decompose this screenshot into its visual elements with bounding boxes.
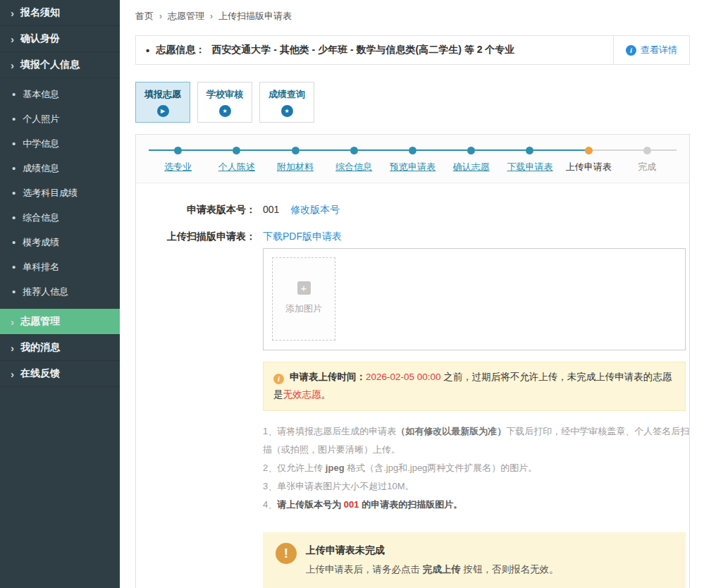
chevron-right-icon: › <box>11 317 14 327</box>
chevron-right-icon: › <box>11 369 14 379</box>
incomplete-notice-title: 上传申请表未完成 <box>306 544 559 557</box>
play-circle-icon: ▶ <box>157 105 169 117</box>
step-label[interactable]: 选专业 <box>149 161 207 173</box>
progress-steps: 选专业 个人陈述 附加材料 综合信息 预览申请表 确认志愿 <box>136 135 689 183</box>
step-label[interactable]: 附加材料 <box>266 161 324 173</box>
sidebar-subitem-label: 综合信息 <box>23 212 59 224</box>
sidebar-item-application-management[interactable]: › 志愿管理 <box>0 309 120 335</box>
chevron-right-icon: › <box>210 11 213 21</box>
sidebar-item-subject-ranking[interactable]: • 单科排名 <box>0 255 120 279</box>
bullet-icon: • <box>12 89 16 99</box>
upload-row: 上传扫描版申请表： 下载PDF版申请表 + 添加图片 <box>136 228 689 350</box>
sidebar-item-recommender-info[interactable]: • 推荐人信息 <box>0 279 120 304</box>
bullet-icon: • <box>12 237 16 247</box>
step-dot <box>233 147 240 154</box>
application-info-label: 志愿信息： <box>156 44 205 56</box>
plus-icon: + <box>297 281 311 295</box>
breadcrumb-home[interactable]: 首页 <box>135 10 154 23</box>
bullet-icon: • <box>12 163 16 173</box>
upload-label: 上传扫描版申请表： <box>136 228 256 350</box>
sidebar: › 报名须知 › 确认身份 › 填报个人信息 • 基本信息 • 个人照片 • 中… <box>0 0 120 588</box>
instruction-line-2: 2、仅允许上传 jpeg 格式（含.jpg和.jpeg两种文件扩展名）的图片。 <box>263 459 694 477</box>
step-label[interactable]: 下载申请表 <box>500 161 559 173</box>
step-dot <box>526 147 533 154</box>
sidebar-item-label: 在线反馈 <box>20 367 60 380</box>
invalid-highlight: 无效志愿 <box>283 389 321 400</box>
bullet-icon: • <box>146 44 149 56</box>
bullet-icon: • <box>12 188 16 198</box>
seal-icon: ★ <box>281 105 293 117</box>
info-icon: i <box>626 45 636 56</box>
sidebar-item-label: 填报个人信息 <box>20 59 80 71</box>
step-confirm-application: 确认志愿 <box>442 146 500 173</box>
step-personal-statement: 个人陈述 <box>207 146 266 173</box>
step-dot <box>643 147 651 154</box>
breadcrumb-section[interactable]: 志愿管理 <box>168 10 204 23</box>
sidebar-item-online-feedback[interactable]: › 在线反馈 <box>0 361 120 387</box>
application-info: • 志愿信息： 西安交通大学 - 其他类 - 少年班 - 数学与信息类(高二学生… <box>136 36 613 64</box>
main-content: 首页 › 志愿管理 › 上传扫描版申请表 • 志愿信息： 西安交通大学 - 其他… <box>120 0 704 588</box>
sidebar-item-elective-scores[interactable]: • 选考科目成绩 <box>0 180 120 205</box>
breadcrumb-current: 上传扫描版申请表 <box>218 10 292 23</box>
edit-version-link[interactable]: 修改版本号 <box>290 204 340 215</box>
step-download-form: 下载申请表 <box>500 146 559 173</box>
instruction-line-4: 4、请上传版本号为 001 的申请表的扫描版图片。 <box>263 496 694 514</box>
sidebar-item-fill-personal-info[interactable]: › 填报个人信息 <box>0 52 120 78</box>
chevron-right-icon: › <box>11 343 14 353</box>
step-select-major: 选专业 <box>149 146 207 173</box>
step-upload-form: 上传申请表 <box>560 146 618 173</box>
tab-bar: 填报志愿 ▶ 学校审核 ★ 成绩查询 ★ <box>135 82 690 123</box>
version-row: 申请表版本号： 001 修改版本号 <box>136 202 689 217</box>
add-image-button[interactable]: + 添加图片 <box>272 257 335 341</box>
sidebar-subitem-label: 个人照片 <box>23 113 59 125</box>
application-info-value: 西安交通大学 - 其他类 - 少年班 - 数学与信息类(高二学生) 等 2 个专… <box>211 44 514 56</box>
upload-dropzone: + 添加图片 <box>263 248 686 350</box>
step-label[interactable]: 综合信息 <box>325 161 383 173</box>
sidebar-item-basic-info[interactable]: • 基本信息 <box>0 82 120 106</box>
instruction-line-3: 3、单张申请表图片大小不超过10M。 <box>263 477 694 496</box>
info-icon: i <box>273 374 284 384</box>
sidebar-item-my-messages[interactable]: › 我的消息 <box>0 335 120 361</box>
sidebar-subitem-label: 单科排名 <box>23 261 59 274</box>
upload-instructions: 1、请将填报志愿后生成的申请表（如有修改以最新版为准）下载后打印，经中学审核盖章… <box>263 422 694 514</box>
sidebar-item-score-info[interactable]: • 成绩信息 <box>0 156 120 180</box>
sidebar-item-comprehensive-info[interactable]: • 综合信息 <box>0 205 120 230</box>
step-dot <box>585 147 593 154</box>
sidebar-item-signup-notice[interactable]: › 报名须知 <box>0 0 120 26</box>
sidebar-item-confirm-identity[interactable]: › 确认身份 <box>0 26 120 52</box>
sidebar-subitem-label: 推荐人信息 <box>23 286 68 298</box>
instruction-line-1: 1、请将填报志愿后生成的申请表（如有修改以最新版为准）下载后打印，经中学审核盖章… <box>263 422 694 459</box>
incomplete-notice: ! 上传申请表未完成 上传申请表后，请务必点击 完成上传 按钮，否则报名无效。 <box>263 532 686 588</box>
seal-icon: ★ <box>219 105 231 117</box>
tab-fill-application[interactable]: 填报志愿 ▶ <box>135 82 190 123</box>
sidebar-item-school-info[interactable]: • 中学信息 <box>0 131 120 156</box>
sidebar-subitem-label: 中学信息 <box>23 137 59 150</box>
view-details-link[interactable]: i 查看详情 <box>613 36 689 64</box>
step-dot <box>174 147 182 154</box>
bullet-icon: • <box>12 114 16 124</box>
chevron-right-icon: › <box>11 8 14 18</box>
tab-score-query[interactable]: 成绩查询 ★ <box>259 82 314 123</box>
sidebar-subitem-label: 选考科目成绩 <box>23 187 78 200</box>
breadcrumb: 首页 › 志愿管理 › 上传扫描版申请表 <box>120 0 704 23</box>
deadline-notice: i申请表上传时间：2026-02-05 00:00 之前，过期后将不允许上传，未… <box>263 362 686 411</box>
upload-form: 申请表版本号： 001 修改版本号 上传扫描版申请表： 下载PDF版申请表 + … <box>136 183 689 588</box>
download-pdf-link[interactable]: 下载PDF版申请表 <box>263 231 342 242</box>
step-label[interactable]: 预览申请表 <box>383 161 442 173</box>
sidebar-item-mock-exam-scores[interactable]: • 模考成绩 <box>0 230 120 255</box>
step-label: 完成 <box>618 161 677 173</box>
incomplete-notice-body: 上传申请表后，请务必点击 完成上传 按钮，否则报名无效。 <box>306 562 559 577</box>
chevron-right-icon: › <box>159 11 162 21</box>
sidebar-item-label: 报名须知 <box>20 6 60 19</box>
deadline-value: 2026-02-05 00:00 <box>366 372 441 382</box>
step-label[interactable]: 个人陈述 <box>207 161 266 173</box>
tab-school-review[interactable]: 学校审核 ★ <box>197 82 252 123</box>
step-label: 上传申请表 <box>560 161 618 173</box>
step-label[interactable]: 确认志愿 <box>442 161 500 173</box>
sidebar-item-label: 确认身份 <box>20 32 60 45</box>
sidebar-item-personal-photo[interactable]: • 个人照片 <box>0 106 120 131</box>
application-info-bar: • 志愿信息： 西安交通大学 - 其他类 - 少年班 - 数学与信息类(高二学生… <box>135 35 690 65</box>
sidebar-item-label: 志愿管理 <box>20 315 60 328</box>
add-image-label: 添加图片 <box>285 301 322 317</box>
sidebar-subitem-label: 模考成绩 <box>23 236 59 249</box>
